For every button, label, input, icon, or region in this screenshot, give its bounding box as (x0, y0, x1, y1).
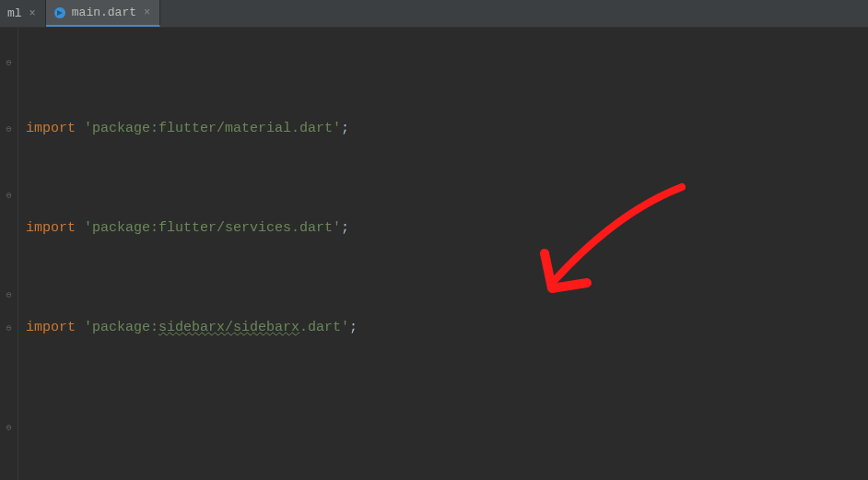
tab-bar: ml × main.dart × (0, 0, 868, 28)
fold-mark[interactable]: ⊖ (0, 112, 18, 146)
fold-mark[interactable]: ⊖ (0, 46, 18, 79)
editor: ⊖ ⊖ ⊖ ⊖ ⊖ ⊖ import 'package:flutter/mate… (0, 28, 868, 480)
close-icon[interactable]: × (28, 7, 38, 20)
fold-mark[interactable]: ⊖ (0, 311, 18, 345)
code-line: import 'package:sidebarx/sidebarx.dart'; (26, 311, 868, 345)
close-icon[interactable]: × (142, 6, 152, 19)
code-line (26, 411, 868, 444)
tab-main-dart[interactable]: main.dart × (46, 0, 160, 27)
fold-mark[interactable]: ⊖ (0, 278, 18, 311)
gutter: ⊖ ⊖ ⊖ ⊖ ⊖ ⊖ (0, 28, 18, 480)
code-line: import 'package:flutter/material.dart'; (26, 112, 868, 146)
fold-mark[interactable]: ⊖ (0, 179, 18, 212)
dart-file-icon (53, 6, 66, 19)
tab-label: ml (7, 6, 22, 20)
fold-mark[interactable]: ⊖ (0, 411, 18, 444)
fold-mark (0, 79, 18, 112)
tab-label: main.dart (72, 6, 136, 19)
code-line: import 'package:flutter/services.dart'; (26, 212, 868, 245)
code-area[interactable]: import 'package:flutter/material.dart'; … (18, 28, 868, 480)
tab-ml[interactable]: ml × (0, 0, 46, 27)
